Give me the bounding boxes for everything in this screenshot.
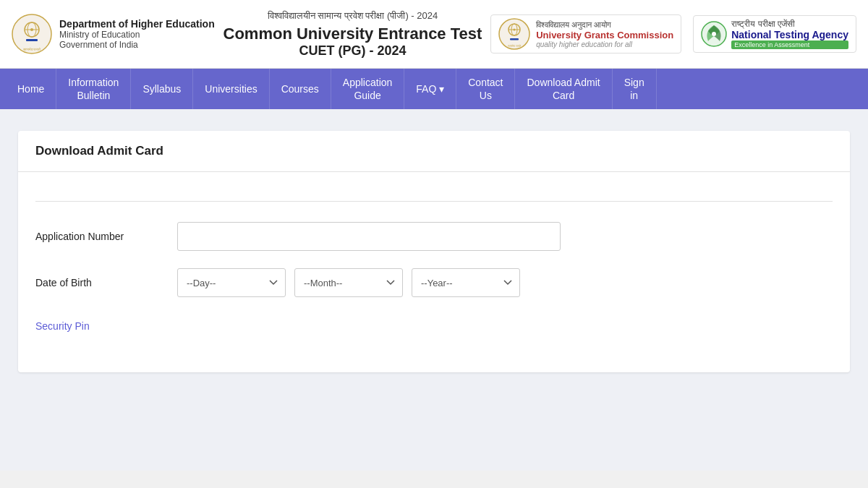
svg-text:सत्यमेव जयते: सत्यमेव जयते [507, 44, 522, 48]
dept-name: Department of Higher Education [59, 18, 215, 30]
govt-text-block: Department of Higher Education Ministry … [59, 18, 215, 50]
site-header: सत्यमेव जयते Department of Higher Educat… [0, 0, 868, 69]
day-select[interactable]: --Day-- [177, 268, 286, 297]
security-pin-label: Security Pin [35, 320, 90, 332]
application-number-row: Application Number [35, 222, 833, 251]
nav-faq[interactable]: FAQ ▾ [404, 69, 456, 109]
admit-card-form-card: Download Admit Card Application Number D… [18, 131, 850, 372]
nav-courses[interactable]: Courses [270, 69, 331, 109]
svg-rect-5 [26, 39, 38, 41]
form-divider [35, 201, 833, 202]
card-header: Download Admit Card [18, 131, 850, 172]
security-pin-row: Security Pin [35, 314, 833, 332]
ministry-name: Ministry of Education [59, 30, 215, 40]
month-select[interactable]: --Month-- [294, 268, 403, 297]
dob-selects: --Day-- --Month-- --Year-- [177, 268, 520, 297]
application-number-input[interactable] [177, 222, 561, 251]
svg-point-11 [514, 29, 516, 31]
ugc-logo: सत्यमेव जयते विश्वविद्यालय अनुदान आयोग U… [490, 14, 681, 53]
nav-syllabus[interactable]: Syllabus [131, 69, 193, 109]
nta-tagline: Excellence in Assessment [731, 40, 848, 49]
application-number-label: Application Number [35, 231, 166, 242]
nta-hindi-text: राष्ट्रीय परीक्षा एजेंसी [731, 19, 848, 29]
nav-universities[interactable]: Universities [193, 69, 269, 109]
svg-point-4 [30, 28, 33, 31]
nav-download-admit-card[interactable]: Download AdmitCard [515, 69, 612, 109]
hindi-title: विश्वविद्यालयीन सामान्य प्रवेश परीक्षा (… [215, 10, 491, 22]
nav-contact-us[interactable]: ContactUs [456, 69, 515, 109]
svg-point-15 [712, 32, 716, 36]
nav-information-bulletin[interactable]: InformationBulletin [56, 69, 131, 109]
nta-name: National Testing Agency [731, 29, 848, 40]
card-body: Application Number Date of Birth --Day--… [18, 172, 850, 372]
card-title: Download Admit Card [35, 144, 163, 158]
ugc-tagline: quality higher education for all [536, 40, 673, 48]
page-background: Download Admit Card Application Number D… [0, 109, 868, 471]
nav-application-guide[interactable]: ApplicationGuide [331, 69, 405, 109]
nav-sign-in[interactable]: Signin [613, 69, 657, 109]
nav-home[interactable]: Home [6, 69, 56, 109]
main-title: Common University Entrance Test [215, 25, 491, 43]
ugc-hindi-text: विश्वविद्यालय अनुदान आयोग [536, 20, 673, 30]
svg-text:सत्यमेव जयते: सत्यमेव जयते [22, 47, 41, 51]
dob-row: Date of Birth --Day-- --Month-- --Year-- [35, 268, 833, 297]
sub-title: CUET (PG) - 2024 [215, 43, 491, 59]
main-nav: Home InformationBulletin Syllabus Univer… [0, 69, 868, 109]
svg-rect-12 [510, 38, 519, 40]
exam-branding: विश्वविद्यालयीन सामान्य प्रवेश परीक्षा (… [215, 10, 491, 59]
partner-logos: सत्यमेव जयते विश्वविद्यालय अनुदान आयोग U… [490, 14, 856, 53]
ugc-name: University Grants Commission [536, 30, 673, 40]
govt-branding: सत्यमेव जयते Department of Higher Educat… [12, 14, 215, 54]
year-select[interactable]: --Year-- [412, 268, 520, 297]
govt-emblem-icon: सत्यमेव जयते [12, 14, 52, 54]
nta-logo: राष्ट्रीय परीक्षा एजेंसी National Testin… [693, 15, 856, 53]
country-name: Government of India [59, 40, 215, 50]
ugc-emblem-icon: सत्यमेव जयते [498, 18, 530, 50]
dob-label: Date of Birth [35, 277, 166, 288]
nta-leaf-icon [701, 21, 727, 47]
